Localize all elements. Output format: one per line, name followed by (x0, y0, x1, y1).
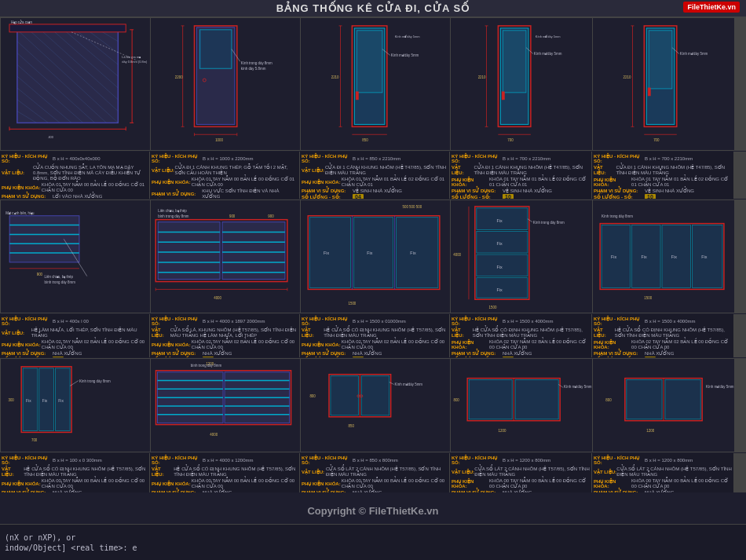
svg-rect-82 (9, 216, 79, 262)
svg-text:Fix: Fix (496, 265, 503, 269)
svg-text:2210: 2210 (478, 75, 486, 79)
svg-text:Kính mờ dày 5mm: Kính mờ dày 5mm (395, 382, 423, 386)
drawing-cell-r2-4: Fix Fix Fix Fix Kính trong dày 8mm 4000 … (451, 200, 592, 313)
drawing-cell-r3-2: 4000 1200 bình trong dày 8mm (151, 359, 300, 452)
svg-text:Kính trong dày 8mm: Kính trong dày 8mm (79, 379, 111, 383)
svg-rect-197 (627, 380, 662, 419)
svg-text:Fix: Fix (496, 218, 503, 223)
svg-text:Fix: Fix (26, 399, 31, 403)
svg-rect-94 (158, 222, 220, 280)
drawing-cell-2: Kính trong dày 8mm kính dày 5.8mm 1000 2… (151, 18, 300, 150)
svg-text:Fix: Fix (42, 399, 48, 403)
svg-text:Mặt cạnh bên, hiệu: Mặt cạnh bên, hiệu (5, 211, 35, 215)
svg-text:Fix: Fix (367, 251, 373, 255)
svg-text:Fix: Fix (324, 251, 330, 255)
svg-text:Liên chiếu, bộ thép: Liên chiếu, bộ thép (45, 275, 74, 279)
svg-text:2210: 2210 (331, 75, 339, 79)
svg-text:Fix: Fix (410, 251, 416, 255)
svg-text:4000: 4000 (214, 296, 221, 300)
svg-text:500 500 500: 500 500 500 (403, 205, 422, 209)
svg-text:Fix: Fix (58, 399, 64, 403)
svg-text:300: 300 (8, 398, 14, 402)
info-ky-hieu-1: B x H = 400x0x40x000 (53, 156, 148, 161)
drawing-cell-r2-5: Fix Fix Fix Fix Kính trong dày 8mm 1500 (593, 200, 734, 313)
svg-text:800: 800 (309, 394, 316, 398)
svg-text:bình trong dày 8mm: bình trong dày 8mm (45, 280, 76, 284)
svg-rect-59 (503, 31, 526, 93)
svg-rect-72 (649, 31, 672, 89)
logo: FileThietKe.vn (683, 2, 740, 13)
svg-text:Fix: Fix (496, 241, 503, 246)
svg-text:700: 700 (653, 138, 660, 142)
svg-text:Hộp cửa cuốn: Hộp cửa cuốn (11, 20, 33, 24)
svg-rect-47 (356, 92, 358, 100)
svg-text:2200: 2200 (175, 75, 183, 79)
svg-rect-180 (361, 376, 389, 415)
svg-rect-117 (309, 218, 350, 288)
svg-text:Kính trong dày 8mm: Kính trong dày 8mm (533, 221, 565, 225)
svg-text:Fix: Fix (496, 287, 503, 292)
svg-rect-118 (353, 218, 393, 288)
svg-text:Fix: Fix (671, 254, 678, 259)
command-line-text-1: (nX or nXP), or (0, 533, 746, 543)
svg-text:Fix: Fix (611, 254, 617, 259)
drawing-cell-r3-5: 1200 800 Kính mờ dày 5mm (593, 359, 734, 452)
drawing-cell-1: Hộp cửa cuốn 400 Lá tôn ma mạ dày 0.8mm … (1, 18, 150, 150)
svg-text:4000: 4000 (210, 433, 218, 437)
svg-text:4000: 4000 (453, 253, 461, 257)
svg-text:Lá tôn ma mạ: Lá tôn ma mạ (122, 55, 141, 59)
svg-rect-143 (692, 225, 722, 288)
svg-text:700: 700 (31, 438, 38, 442)
svg-rect-119 (397, 218, 438, 288)
svg-text:2210: 2210 (623, 75, 631, 79)
svg-text:Kính mờ dày 5mm: Kính mờ dày 5mm (534, 52, 562, 56)
header: BẢNG THỐNG KÊ CỬA ĐI, CỬA SỐ FileThietKe… (0, 0, 746, 17)
svg-text:400: 400 (48, 135, 53, 139)
svg-rect-95 (222, 222, 285, 280)
svg-line-194 (558, 384, 563, 387)
svg-text:Kính mờ dày 5mm: Kính mờ dày 5mm (680, 52, 708, 56)
svg-text:900: 900 (229, 214, 236, 218)
svg-text:900: 900 (268, 214, 274, 218)
drawing-cell-3: Kính mờ dày 5mm 2210 850 Kính mờ dày 5mm (301, 18, 450, 150)
svg-text:Kính mờ dày 5mm: Kính mờ dày 5mm (706, 385, 734, 389)
svg-text:1500: 1500 (644, 296, 652, 300)
svg-rect-60 (502, 92, 504, 100)
svg-text:Kính mờ dày 5mm: Kính mờ dày 5mm (391, 53, 419, 57)
svg-text:Fix: Fix (701, 254, 708, 259)
svg-rect-46 (357, 31, 382, 93)
svg-text:1500: 1500 (348, 302, 356, 306)
svg-text:800: 800 (605, 398, 612, 402)
drawing-cell-r2-3: Fix Fix Fix 1500 500 500 500 (301, 200, 450, 313)
drawing-cell-r3-1: Fix Fix Fix 700 300 Kính trong dày 8mm (1, 359, 150, 452)
drawing-cell-r3-3: 850 800 Kính mờ dày 5mm (301, 359, 450, 452)
svg-line-186 (389, 382, 394, 385)
command-line: (nX or nXP), or indow/Object] <real time… (0, 524, 746, 560)
svg-rect-16 (9, 24, 126, 32)
svg-text:Kính trong dày 8mm: Kính trong dày 8mm (602, 214, 633, 218)
svg-text:700: 700 (507, 138, 514, 142)
main-container: BẢNG THỐNG KÊ CỬA ĐI, CỬA SỐ FileThietKe… (0, 0, 746, 560)
svg-text:1200: 1200 (499, 429, 506, 433)
svg-text:850: 850 (349, 424, 355, 428)
svg-text:Kính trong dày 8mm: Kính trong dày 8mm (241, 61, 272, 65)
svg-text:850: 850 (362, 138, 368, 142)
svg-rect-190 (515, 380, 558, 419)
svg-rect-198 (665, 380, 700, 419)
drawing-cell-r2-1: Mặt cạnh bên, hiệu Liên chiếu, bộ thép b… (1, 200, 150, 313)
svg-text:Kính mờ dày 5mm: Kính mờ dày 5mm (395, 35, 420, 38)
svg-text:bình trong dày 8mm: bình trong dày 8mm (158, 214, 189, 218)
svg-text:kính dày 5.8mm: kính dày 5.8mm (241, 67, 266, 71)
drawing-cell-5: Kính mờ dày 5mm 2210 700 (593, 18, 734, 150)
svg-text:Liên chiếu, bộ thép: Liên chiếu, bộ thép (158, 209, 187, 213)
svg-text:Fix: Fix (641, 254, 647, 259)
svg-rect-30 (199, 30, 232, 68)
svg-rect-73 (648, 88, 650, 96)
drawing-cell-4: Kính mờ dày 5mm 2210 700 Kính mờ dày 5mm (451, 18, 592, 150)
command-line-text-2: indow/Object] <real time>: e (0, 543, 746, 553)
drawing-cell-r2-2: Liên chiếu, bộ thép bình trong dày 8mm 4… (151, 200, 300, 313)
svg-text:dày 0.8mm (0.8m): dày 0.8mm (0.8m) (122, 60, 148, 64)
svg-text:1000: 1000 (215, 138, 223, 142)
svg-text:800: 800 (453, 398, 459, 402)
svg-text:1200: 1200 (646, 429, 654, 433)
